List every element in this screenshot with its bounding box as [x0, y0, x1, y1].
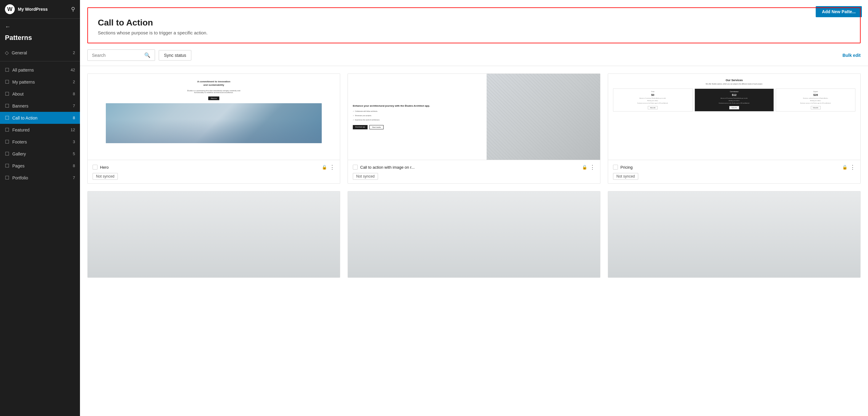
- hero-preview-button: About us: [208, 97, 219, 100]
- sidebar-header: W My WordPress ⚲: [0, 0, 80, 19]
- sidebar-item-label-gallery: Gallery: [12, 151, 70, 157]
- sidebar-item-count-call-to-action: 8: [73, 115, 75, 120]
- pricing-preview-columns: Free $0 Access to 5 exclusive Études Art…: [613, 89, 856, 111]
- pricing-checkbox[interactable]: [613, 165, 618, 170]
- cta-preview-item-2: Showcase your projects.: [353, 114, 482, 116]
- placeholder-3-preview: [608, 192, 860, 277]
- sidebar-item-label-pages: Pages: [12, 164, 70, 168]
- sync-status-button[interactable]: Sync status: [159, 50, 191, 61]
- pricing-price-expert: $28: [813, 94, 818, 97]
- pricing-subscribe-expert[interactable]: Subscribe: [811, 106, 820, 109]
- cta-preview-item-1: Collaborate with fellow architects.: [353, 110, 482, 112]
- sidebar-item-count-portfolio: 7: [73, 175, 75, 180]
- cta-menu-icon[interactable]: ⋮: [590, 164, 595, 171]
- header-search-icon[interactable]: ⚲: [71, 6, 75, 12]
- pattern-card-hero: A commitment to innovationand sustainabi…: [87, 73, 340, 184]
- sidebar-item-footers[interactable]: ☐ Footers 3: [0, 136, 80, 148]
- back-arrow-icon: ←: [5, 24, 10, 30]
- sidebar-item-call-to-action[interactable]: ☐ Call to Action 8: [0, 112, 80, 124]
- sidebar-item-label-banners: Banners: [12, 104, 70, 108]
- my-patterns-icon: ☐: [5, 79, 9, 85]
- sidebar-item-general[interactable]: ◇ General 2: [0, 47, 80, 59]
- pattern-card-name-row-cta: Call to action with image on r... 🔒 ⋮: [353, 164, 595, 171]
- hero-checkbox[interactable]: [93, 165, 97, 170]
- sidebar-item-portfolio[interactable]: ☐ Portfolio 7: [0, 172, 80, 184]
- pattern-card-name-row-hero: Hero 🔒 ⋮: [93, 164, 335, 171]
- pattern-card-footer-pricing: Pricing 🔒 ⋮ Not synced: [608, 160, 860, 183]
- general-icon: ◇: [5, 50, 9, 56]
- featured-icon: ☐: [5, 127, 9, 133]
- sidebar-item-label-my-patterns: My patterns: [12, 79, 70, 84]
- page-title: Call to Action: [98, 18, 850, 28]
- pricing-not-synced-badge: Not synced: [613, 173, 638, 180]
- about-icon: ☐: [5, 91, 9, 97]
- sidebar-item-pages[interactable]: ☐ Pages 8: [0, 160, 80, 172]
- hero-preview-subtitle: Études is a pioneering firm that seamles…: [187, 90, 241, 94]
- sidebar-item-gallery[interactable]: ☐ Gallery 5: [0, 148, 80, 160]
- cta-checkbox[interactable]: [353, 165, 358, 170]
- pattern-card-footer-hero: Hero 🔒 ⋮ Not synced: [88, 160, 340, 183]
- cta-download-btn: Download app: [353, 125, 368, 129]
- hero-preview-title: A commitment to innovationand sustainabi…: [197, 80, 230, 86]
- sidebar-item-about[interactable]: ☐ About 8: [0, 88, 80, 100]
- sidebar-item-banners[interactable]: ☐ Banners 7: [0, 100, 80, 112]
- wp-logo-char: W: [7, 6, 12, 12]
- sidebar-item-all-patterns[interactable]: ☐ All patterns 42: [0, 64, 80, 76]
- footers-icon: ☐: [5, 139, 9, 145]
- pattern-preview-placeholder-3[interactable]: [608, 192, 860, 277]
- pricing-menu-icon[interactable]: ⋮: [850, 164, 856, 171]
- cta-text-side: Enhance your architectural journey with …: [348, 74, 487, 160]
- pricing-preview-title: Our Services: [613, 79, 856, 82]
- cta-lock-icon: 🔒: [582, 165, 587, 170]
- hero-menu-icon[interactable]: ⋮: [330, 164, 335, 171]
- sidebar-item-featured[interactable]: ☐ Featured 12: [0, 124, 80, 136]
- pattern-preview-pricing[interactable]: Our Services We offer flexible options, …: [608, 74, 860, 160]
- call-to-action-icon: ☐: [5, 115, 9, 121]
- pages-icon: ☐: [5, 163, 9, 169]
- hero-pattern-name: Hero: [100, 165, 319, 170]
- pricing-subscribe-free[interactable]: Subscribe: [648, 106, 658, 109]
- pricing-preview-subtitle: We offer flexible options, which you can…: [613, 83, 856, 85]
- cta-preview-title: Enhance your architectural journey with …: [353, 104, 482, 107]
- toolbar: 🔍 Sync status Bulk edit: [80, 43, 868, 66]
- pattern-card-cta-image: Enhance your architectural journey with …: [347, 73, 600, 184]
- sidebar-back-button[interactable]: ←: [0, 19, 80, 33]
- pattern-grid: A commitment to innovationand sustainabi…: [80, 66, 868, 285]
- pricing-price-free: $0: [651, 94, 654, 97]
- cta-preview-item-3: Experience the world of architecture.: [353, 119, 482, 121]
- sidebar-item-count-general: 2: [73, 50, 75, 55]
- bulk-edit-button[interactable]: Bulk edit: [842, 53, 861, 58]
- site-name: My WordPress: [18, 7, 48, 12]
- pattern-card-placeholder-2: [347, 191, 600, 278]
- cta-howworks-btn: How it works: [369, 125, 383, 129]
- pricing-tier-free: Free: [651, 91, 654, 93]
- sidebar-item-label-portfolio: Portfolio: [12, 175, 70, 180]
- pricing-subscribe-connoisseur[interactable]: Subscribe: [729, 106, 739, 109]
- sidebar-item-count-footers: 3: [73, 139, 75, 144]
- hero-lock-icon: 🔒: [322, 165, 327, 170]
- sidebar-item-count-banners: 7: [73, 104, 75, 108]
- main-content: Add New Patte... Call to Action Sections…: [80, 0, 868, 416]
- pattern-preview-hero[interactable]: A commitment to innovationand sustainabi…: [88, 74, 340, 160]
- pricing-tier-expert: Expert: [813, 91, 817, 93]
- sidebar-item-label-featured: Featured: [12, 128, 68, 132]
- pricing-col-expert: Expert $28 Exclusive, unlimited access t…: [776, 89, 856, 111]
- pattern-card-placeholder-3: [608, 191, 861, 278]
- pattern-card-footer-cta: Call to action with image on r... 🔒 ⋮ No…: [348, 160, 600, 183]
- sidebar-item-label-about: About: [12, 92, 70, 97]
- wp-logo[interactable]: W: [5, 4, 15, 14]
- search-input[interactable]: [92, 53, 142, 58]
- pattern-preview-cta[interactable]: Enhance your architectural journey with …: [348, 74, 600, 160]
- pattern-card-placeholder-1: [87, 191, 340, 278]
- pricing-pattern-name: Pricing: [620, 165, 840, 170]
- pattern-card-pricing: Our Services We offer flexible options, …: [608, 73, 861, 184]
- pricing-col-connoisseur: Connoisseur $12 Access to 20 exclusive É…: [694, 89, 774, 111]
- pattern-preview-placeholder-2[interactable]: [348, 192, 600, 277]
- sidebar-item-count-all-patterns: 42: [71, 68, 75, 72]
- sidebar-item-label-all-patterns: All patterns: [12, 68, 68, 72]
- pattern-card-name-row-pricing: Pricing 🔒 ⋮: [613, 164, 856, 171]
- sidebar-item-label-call-to-action: Call to Action: [12, 115, 70, 120]
- pattern-preview-placeholder-1[interactable]: [88, 192, 340, 277]
- sidebar-item-my-patterns[interactable]: ☐ My patterns 2: [0, 76, 80, 88]
- search-box[interactable]: 🔍: [87, 49, 155, 61]
